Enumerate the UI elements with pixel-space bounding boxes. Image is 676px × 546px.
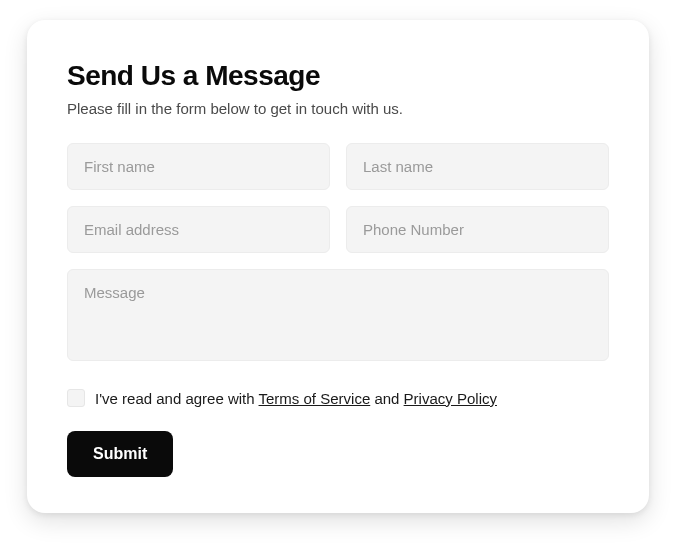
- form-subtitle: Please fill in the form below to get in …: [67, 100, 609, 117]
- contact-form-card: Send Us a Message Please fill in the for…: [27, 20, 649, 513]
- submit-button[interactable]: Submit: [67, 431, 173, 477]
- agree-checkbox[interactable]: [67, 389, 85, 407]
- agree-text: I've read and agree with Terms of Servic…: [95, 390, 497, 407]
- terms-of-service-link[interactable]: Terms of Service: [259, 390, 371, 407]
- email-input[interactable]: [67, 206, 330, 253]
- agree-mid: and: [370, 390, 403, 407]
- message-textarea[interactable]: [67, 269, 609, 361]
- name-row: [67, 143, 609, 190]
- form-title: Send Us a Message: [67, 60, 609, 92]
- privacy-policy-link[interactable]: Privacy Policy: [404, 390, 497, 407]
- agree-prefix: I've read and agree with: [95, 390, 259, 407]
- phone-input[interactable]: [346, 206, 609, 253]
- last-name-input[interactable]: [346, 143, 609, 190]
- contact-row: [67, 206, 609, 253]
- first-name-input[interactable]: [67, 143, 330, 190]
- agree-row: I've read and agree with Terms of Servic…: [67, 389, 609, 407]
